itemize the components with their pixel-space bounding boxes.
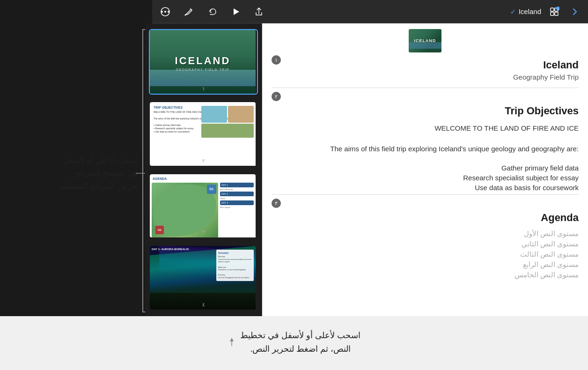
document-title-area[interactable]: ✓ Iceland xyxy=(510,7,541,15)
outline-section-3: ٣ Agenda مستوى النص الأول مستوى النص الث… xyxy=(272,199,579,280)
divider-1 xyxy=(272,88,579,88)
main-outline-panel[interactable]: ICELAND ١ Iceland Geography Field Trip ٢… xyxy=(262,23,588,316)
slide-number-2: ٢ xyxy=(150,158,257,164)
svg-rect-9 xyxy=(555,12,558,15)
left-annotation-text: اسحب لأعلى أو لأسفلفي متصفح الشرائحلعرض … xyxy=(58,156,138,190)
svg-marker-5 xyxy=(234,8,239,15)
slide-2-img-1 xyxy=(201,106,227,123)
slide-thumb-2[interactable]: TRIP OBJECTIVES WELCOME TO THE LAND OF F… xyxy=(149,101,258,167)
outline-section-2: ٢ Trip Objectives WELCOME TO THE LAND OF… xyxy=(272,92,579,195)
left-annotation-container: اسحب لأعلى أو لأسفلفي متصفح الشرائحلعرض … xyxy=(0,23,145,323)
slide-4-header: DAY 1: AURORA BOREALIS xyxy=(152,248,189,251)
slide-3-title-thumb: AGENDA xyxy=(153,177,253,180)
outline-level3: مستوى النص الثالث xyxy=(272,249,579,259)
slide-panel[interactable]: ICELAND GEOGRAPHY FIELD TRIP ١ TRIP OBJE… xyxy=(145,23,262,316)
outline-level2: مستوى النص الثاني xyxy=(272,239,579,249)
svg-point-1 xyxy=(164,11,166,13)
slide-4-text-panel: Schedule Morning Learn how the aurora bo… xyxy=(216,250,254,281)
outline-level1: مستوى النص الأول xyxy=(272,229,579,239)
outline-slide2-bullet1: Gather primary field data xyxy=(272,163,579,173)
toolbar-right: ✓ Iceland 1 xyxy=(510,4,582,19)
slide-number-1: ١ xyxy=(150,86,257,92)
dropdown-icon: ✓ xyxy=(510,8,516,15)
outline-section-1: ICELAND ١ Iceland Geography Field Trip xyxy=(272,23,579,88)
slide-1-title: ICELAND xyxy=(175,55,231,67)
bottom-annotation-text: اسحب لأعلى أو لأسفل في تخطيطالنص، ثم اضغ… xyxy=(240,329,360,356)
forward-button[interactable] xyxy=(567,4,582,19)
slide-badge-3: ٣ xyxy=(272,199,281,208)
slide-thumb-4[interactable]: DAY 1: AURORA BOREALIS Schedule Morning … xyxy=(149,245,258,311)
outline-slide1-title: Iceland xyxy=(272,55,579,73)
slide-thumb-1[interactable]: ICELAND GEOGRAPHY FIELD TRIP ١ xyxy=(149,29,258,95)
slide-1-preview: ICELAND xyxy=(272,23,579,55)
slide-2-img-2 xyxy=(228,106,254,123)
outline-slide2-body2: :The aims of this field trip exploring I… xyxy=(272,142,579,155)
play-button[interactable] xyxy=(228,4,243,19)
grid-view-button[interactable]: 1 xyxy=(547,4,562,19)
share-button[interactable] xyxy=(251,4,266,19)
document-title: Iceland xyxy=(519,7,541,15)
outline-slide2-body1: WELCOME TO THE LAND OF FIRE AND ICE xyxy=(272,122,579,135)
more-button[interactable] xyxy=(158,4,173,19)
outline-slide3-heading: Agenda xyxy=(272,208,579,227)
toolbar-left xyxy=(158,4,266,19)
outline-level5: مستوى النص الخامس xyxy=(272,270,579,280)
slide-badge-1: ١ xyxy=(272,55,281,65)
slide-badge-2: ٢ xyxy=(272,92,281,101)
slide-number-3: ٣ xyxy=(150,229,257,236)
svg-marker-15 xyxy=(230,338,234,341)
slide-number-4: ٤ xyxy=(150,302,257,308)
svg-point-4 xyxy=(185,14,186,15)
divider-2 xyxy=(272,194,579,195)
outline-slide2-bullet2: Research specialist subject for essay xyxy=(272,173,579,183)
toolbar: ✓ Iceland 1 xyxy=(152,0,588,23)
slide-1-subtitle: GEOGRAPHY FIELD TRIP xyxy=(175,68,231,71)
outline-level4: مستوى النص الرابع xyxy=(272,259,579,270)
annotate-button[interactable] xyxy=(181,4,196,19)
slide-2-img-3 xyxy=(201,124,254,138)
svg-rect-8 xyxy=(551,12,554,15)
svg-rect-6 xyxy=(551,8,554,11)
slide-thumb-3[interactable]: AGENDA D1 D2 DAY 1 Aurora Borealis DAY 2… xyxy=(149,173,258,239)
undo-button[interactable] xyxy=(205,4,220,19)
bottom-annotation-area: اسحب لأعلى أو لأسفل في تخطيطالنص، ثم اضغ… xyxy=(0,316,588,370)
bracket-line xyxy=(142,29,143,312)
outline-slide2-heading: Trip Objectives xyxy=(272,101,579,120)
outline-slide1-subtitle: Geography Field Trip xyxy=(272,73,579,86)
outline-slide2-bullet3: Use data as basis for coursework xyxy=(272,183,579,192)
